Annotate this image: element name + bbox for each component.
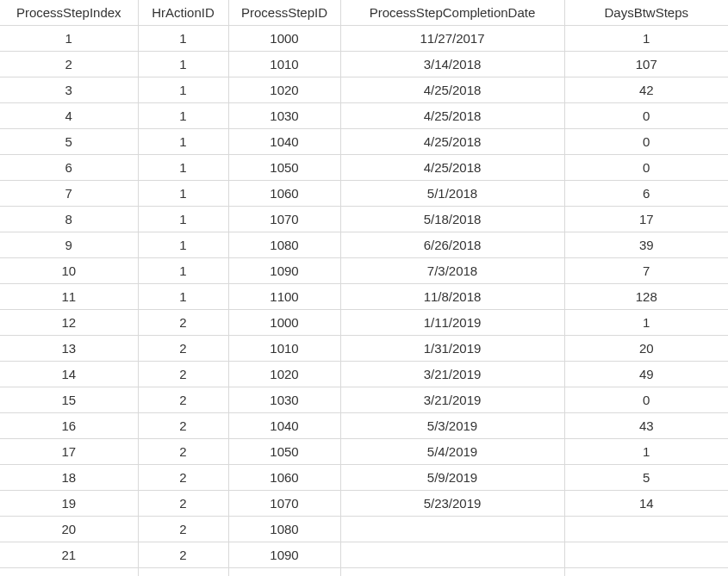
- cell-process-step-index[interactable]: 21: [0, 542, 138, 568]
- cell-process-step-id[interactable]: 1010: [228, 336, 340, 362]
- cell-process-step-index[interactable]: 5: [0, 129, 138, 155]
- cell-hr-action-id[interactable]: 1: [138, 258, 228, 284]
- cell-process-step-completion-date[interactable]: 3/14/2018: [340, 52, 564, 77]
- cell-process-step-id[interactable]: 1010: [228, 52, 340, 77]
- cell-process-step-index[interactable]: 10: [0, 258, 138, 284]
- cell-hr-action-id[interactable]: 1: [138, 26, 228, 52]
- header-days-btw-steps[interactable]: DaysBtwSteps: [564, 0, 728, 26]
- cell-days-btw-steps[interactable]: [564, 542, 728, 568]
- cell-hr-action-id[interactable]: 2: [138, 336, 228, 362]
- cell-process-step-id[interactable]: 1050: [228, 155, 340, 181]
- cell-days-btw-steps[interactable]: 0: [564, 155, 728, 181]
- cell-hr-action-id[interactable]: 2: [138, 517, 228, 542]
- cell-hr-action-id[interactable]: 2: [138, 465, 228, 491]
- cell-days-btw-steps[interactable]: 0: [564, 387, 728, 413]
- cell-hr-action-id[interactable]: 1: [138, 207, 228, 232]
- cell-process-step-id[interactable]: 1080: [228, 517, 340, 542]
- cell-process-step-completion-date[interactable]: 5/3/2019: [340, 413, 564, 439]
- cell-process-step-id[interactable]: 1040: [228, 413, 340, 439]
- cell-process-step-completion-date[interactable]: 4/25/2018: [340, 103, 564, 129]
- header-hr-action-id[interactable]: HrActionID: [138, 0, 228, 26]
- cell-process-step-completion-date[interactable]: 4/25/2018: [340, 129, 564, 155]
- cell-process-step-id[interactable]: 1020: [228, 77, 340, 103]
- cell-process-step-index[interactable]: 22: [0, 568, 138, 577]
- cell-process-step-completion-date[interactable]: [340, 517, 564, 542]
- cell-hr-action-id[interactable]: 1: [138, 181, 228, 207]
- cell-process-step-index[interactable]: 18: [0, 465, 138, 491]
- cell-days-btw-steps[interactable]: 1: [564, 439, 728, 465]
- cell-process-step-index[interactable]: 1: [0, 26, 138, 52]
- cell-hr-action-id[interactable]: 1: [138, 155, 228, 181]
- cell-hr-action-id[interactable]: 2: [138, 362, 228, 387]
- cell-process-step-completion-date[interactable]: 1/31/2019: [340, 336, 564, 362]
- cell-days-btw-steps[interactable]: 14: [564, 491, 728, 517]
- cell-process-step-id[interactable]: 1090: [228, 542, 340, 568]
- cell-process-step-id[interactable]: 1060: [228, 465, 340, 491]
- cell-hr-action-id[interactable]: 2: [138, 542, 228, 568]
- cell-process-step-index[interactable]: 6: [0, 155, 138, 181]
- cell-process-step-index[interactable]: 20: [0, 517, 138, 542]
- cell-process-step-index[interactable]: 12: [0, 310, 138, 336]
- cell-process-step-completion-date[interactable]: 5/18/2018: [340, 207, 564, 232]
- cell-process-step-id[interactable]: 1030: [228, 387, 340, 413]
- cell-hr-action-id[interactable]: 1: [138, 232, 228, 258]
- cell-process-step-id[interactable]: 1100: [228, 284, 340, 310]
- cell-process-step-id[interactable]: 1060: [228, 181, 340, 207]
- cell-days-btw-steps[interactable]: 39: [564, 232, 728, 258]
- cell-process-step-index[interactable]: 17: [0, 439, 138, 465]
- cell-process-step-id[interactable]: 1020: [228, 362, 340, 387]
- cell-process-step-id[interactable]: 1040: [228, 129, 340, 155]
- cell-process-step-id[interactable]: 1070: [228, 207, 340, 232]
- cell-days-btw-steps[interactable]: 20: [564, 336, 728, 362]
- cell-process-step-completion-date[interactable]: 5/4/2019: [340, 439, 564, 465]
- cell-process-step-completion-date[interactable]: 4/25/2018: [340, 77, 564, 103]
- cell-hr-action-id[interactable]: 1: [138, 52, 228, 77]
- cell-process-step-index[interactable]: 4: [0, 103, 138, 129]
- cell-process-step-completion-date[interactable]: 6/26/2018: [340, 232, 564, 258]
- cell-process-step-index[interactable]: 2: [0, 52, 138, 77]
- cell-process-step-completion-date[interactable]: 11/27/2017: [340, 26, 564, 52]
- cell-process-step-completion-date[interactable]: [340, 568, 564, 577]
- cell-days-btw-steps[interactable]: 49: [564, 362, 728, 387]
- cell-hr-action-id[interactable]: 2: [138, 439, 228, 465]
- cell-days-btw-steps[interactable]: [564, 568, 728, 577]
- cell-hr-action-id[interactable]: 1: [138, 77, 228, 103]
- header-process-step-index[interactable]: ProcessStepIndex: [0, 0, 138, 26]
- cell-process-step-id[interactable]: 1070: [228, 491, 340, 517]
- cell-process-step-id[interactable]: 1030: [228, 103, 340, 129]
- cell-hr-action-id[interactable]: 2: [138, 568, 228, 577]
- cell-days-btw-steps[interactable]: 43: [564, 413, 728, 439]
- cell-process-step-index[interactable]: 16: [0, 413, 138, 439]
- cell-process-step-completion-date[interactable]: 5/1/2018: [340, 181, 564, 207]
- cell-days-btw-steps[interactable]: 17: [564, 207, 728, 232]
- cell-process-step-id[interactable]: 1000: [228, 26, 340, 52]
- cell-process-step-completion-date[interactable]: 11/8/2018: [340, 284, 564, 310]
- cell-process-step-completion-date[interactable]: 7/3/2018: [340, 258, 564, 284]
- cell-process-step-id[interactable]: 1050: [228, 439, 340, 465]
- cell-hr-action-id[interactable]: 1: [138, 129, 228, 155]
- cell-process-step-completion-date[interactable]: [340, 542, 564, 568]
- cell-days-btw-steps[interactable]: 128: [564, 284, 728, 310]
- cell-days-btw-steps[interactable]: 6: [564, 181, 728, 207]
- cell-process-step-completion-date[interactable]: 3/21/2019: [340, 362, 564, 387]
- cell-days-btw-steps[interactable]: 0: [564, 129, 728, 155]
- cell-process-step-id[interactable]: 1000: [228, 310, 340, 336]
- cell-process-step-completion-date[interactable]: 1/11/2019: [340, 310, 564, 336]
- cell-hr-action-id[interactable]: 2: [138, 413, 228, 439]
- cell-process-step-index[interactable]: 9: [0, 232, 138, 258]
- cell-days-btw-steps[interactable]: 5: [564, 465, 728, 491]
- cell-hr-action-id[interactable]: 2: [138, 310, 228, 336]
- cell-hr-action-id[interactable]: 2: [138, 387, 228, 413]
- cell-process-step-id[interactable]: 1100: [228, 568, 340, 577]
- cell-process-step-index[interactable]: 11: [0, 284, 138, 310]
- cell-process-step-index[interactable]: 3: [0, 77, 138, 103]
- header-process-step-completion-date[interactable]: ProcessStepCompletionDate: [340, 0, 564, 26]
- cell-days-btw-steps[interactable]: 1: [564, 26, 728, 52]
- cell-process-step-index[interactable]: 13: [0, 336, 138, 362]
- cell-hr-action-id[interactable]: 1: [138, 103, 228, 129]
- cell-process-step-index[interactable]: 14: [0, 362, 138, 387]
- cell-process-step-id[interactable]: 1080: [228, 232, 340, 258]
- cell-process-step-completion-date[interactable]: 5/23/2019: [340, 491, 564, 517]
- cell-days-btw-steps[interactable]: 0: [564, 103, 728, 129]
- cell-process-step-completion-date[interactable]: 5/9/2019: [340, 465, 564, 491]
